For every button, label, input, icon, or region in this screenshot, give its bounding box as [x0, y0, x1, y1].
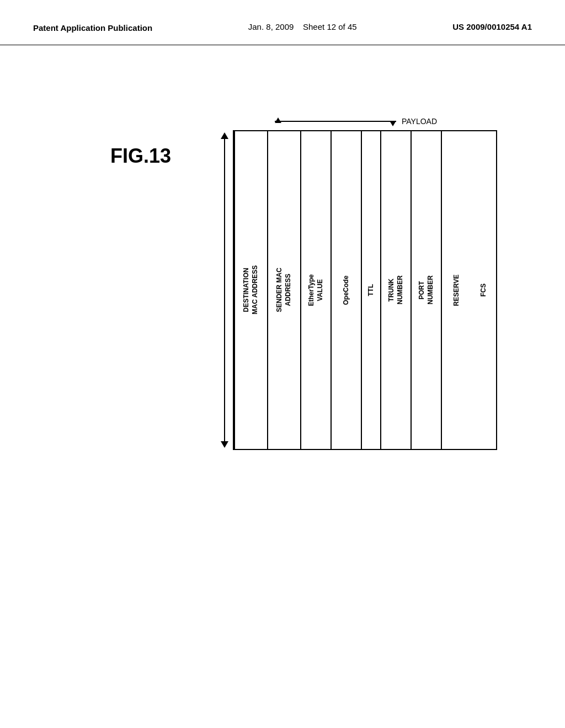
cell-destination-mac: DESTINATIONMAC ADDRESS — [234, 131, 267, 449]
publication-date: Jan. 8, 2009 Sheet 12 of 45 — [248, 22, 357, 31]
vertical-arrow-up — [221, 132, 228, 139]
cell-fcs: FCS — [471, 131, 496, 449]
main-content: FIG.13 PAYLOAD DESTINATIONMAC AD — [0, 45, 565, 707]
payload-label-container: PAYLOAD — [199, 117, 519, 126]
figure-label: FIG.13 — [110, 144, 171, 168]
publication-label: Patent Application Publication — [33, 22, 152, 34]
packet-table: DESTINATIONMAC ADDRESS SENDER MACADDRESS… — [233, 130, 497, 450]
arrow-horizontal-line — [275, 121, 396, 122]
packet-diagram: DESTINATIONMAC ADDRESS SENDER MACADDRESS… — [221, 130, 497, 450]
vertical-arrow-down — [221, 441, 228, 448]
cell-trunk-number: TRUNKNUMBER — [380, 131, 411, 449]
page-header: Patent Application Publication Jan. 8, 2… — [0, 0, 565, 45]
cell-ethertype: EtherTypeVALUE — [300, 131, 331, 449]
vertical-arrow — [221, 130, 228, 450]
patent-number: US 2009/0010254 A1 — [452, 22, 532, 31]
arrow-down-head — [390, 121, 396, 126]
vertical-arrow-line — [224, 139, 225, 441]
cell-opecode: OpeCode — [331, 131, 361, 449]
payload-text: PAYLOAD — [402, 117, 437, 126]
payload-arrow — [275, 121, 396, 122]
diagram-container: PAYLOAD DESTINATIONMAC ADDRESS SENDER MA… — [199, 117, 519, 450]
arrow-up-head — [275, 117, 281, 123]
cell-ttl: TTL — [361, 131, 380, 449]
cell-port-number: PORTNUMBER — [411, 131, 441, 449]
cell-sender-mac: SENDER MACADDRESS — [267, 131, 300, 449]
cell-reserve: RESERVE — [441, 131, 471, 449]
